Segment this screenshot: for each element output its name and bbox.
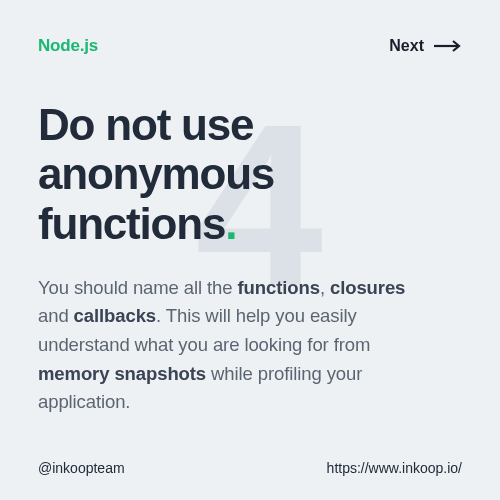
title-line-3: functions: [38, 199, 225, 248]
body-bold-closures: closures: [330, 277, 405, 298]
title-line-2: anonymous: [38, 149, 274, 198]
main-content: Do not use anonymous functions. You shou…: [38, 100, 462, 417]
body-text-span: You should name all the: [38, 277, 238, 298]
header: Node.js Next: [38, 36, 462, 56]
social-handle[interactable]: @inkoopteam: [38, 460, 125, 476]
body-bold-functions: functions: [238, 277, 320, 298]
next-label: Next: [389, 37, 424, 55]
title-accent-dot: .: [225, 199, 236, 248]
footer: @inkoopteam https://www.inkoop.io/: [38, 460, 462, 476]
body-text-span: ,: [320, 277, 330, 298]
website-url[interactable]: https://www.inkoop.io/: [327, 460, 462, 476]
body-paragraph: You should name all the functions, closu…: [38, 274, 438, 417]
body-bold-memory: memory snapshots: [38, 363, 206, 384]
arrow-right-icon: [434, 40, 462, 52]
category-label: Node.js: [38, 36, 98, 56]
next-button[interactable]: Next: [389, 37, 462, 55]
page-title: Do not use anonymous functions.: [38, 100, 462, 248]
body-bold-callbacks: callbacks: [74, 305, 156, 326]
title-line-1: Do not use: [38, 100, 253, 149]
body-text-span: and: [38, 305, 74, 326]
